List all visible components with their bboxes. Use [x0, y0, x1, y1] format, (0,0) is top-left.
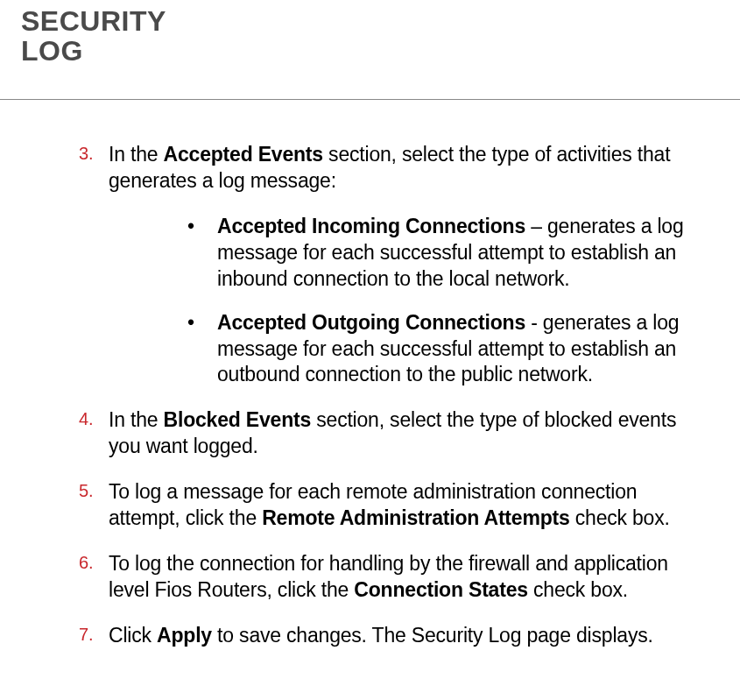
step-3: 3. In the Accepted Events section, selec… [79, 142, 705, 194]
bullet-item: • Accepted Outgoing Connections - genera… [187, 310, 705, 389]
step-6: 6. To log the connection for handling by… [79, 551, 705, 604]
text-fragment: In the [109, 143, 164, 166]
bullet-icon: • [187, 310, 217, 389]
step-number: 4. [79, 407, 109, 460]
bold-term: Connection States [354, 578, 528, 601]
text-fragment: Click [109, 624, 157, 647]
bold-term: Accepted Outgoing Connections [217, 311, 525, 334]
title-line-2: LOG [21, 35, 83, 67]
step-7: 7. Click Apply to save changes. The Secu… [79, 623, 705, 649]
bold-term: Apply [157, 624, 212, 647]
bullet-icon: • [187, 214, 217, 293]
step-number: 6. [79, 551, 109, 604]
page-header: SECURITY LOG [0, 0, 740, 66]
bold-term: Blocked Events [164, 408, 312, 431]
bullet-text: Accepted Incoming Connections – generate… [217, 214, 705, 293]
content-area: 3. In the Accepted Events section, selec… [0, 100, 740, 648]
bold-term: Accepted Events [164, 143, 323, 166]
step-number: 7. [79, 623, 109, 649]
step-text: Click Apply to save changes. The Securit… [109, 623, 653, 649]
step-text: In the Blocked Events section, select th… [109, 407, 705, 460]
bullet-item: • Accepted Incoming Connections – genera… [187, 214, 705, 293]
text-fragment: In the [109, 408, 164, 431]
text-fragment: to save changes. The Security Log page d… [212, 624, 653, 647]
step-4: 4. In the Blocked Events section, select… [79, 407, 705, 460]
bold-term: Remote Administration Attempts [262, 506, 569, 529]
title-line-1: SECURITY [21, 5, 166, 37]
bullet-text: Accepted Outgoing Connections - generate… [217, 310, 705, 389]
step-5: 5. To log a message for each remote admi… [79, 479, 705, 532]
bold-term: Accepted Incoming Connections [217, 215, 525, 237]
step-text: To log the connection for handling by th… [109, 551, 705, 604]
step-number: 3. [79, 142, 109, 194]
step-text: In the Accepted Events section, select t… [109, 142, 705, 194]
step-text: To log a message for each remote adminis… [109, 479, 705, 532]
page-title: SECURITY LOG [21, 7, 740, 66]
step-number: 5. [79, 479, 109, 532]
text-fragment: check box. [570, 506, 670, 529]
bullet-list: • Accepted Incoming Connections – genera… [187, 214, 705, 388]
text-fragment: check box. [528, 578, 628, 601]
